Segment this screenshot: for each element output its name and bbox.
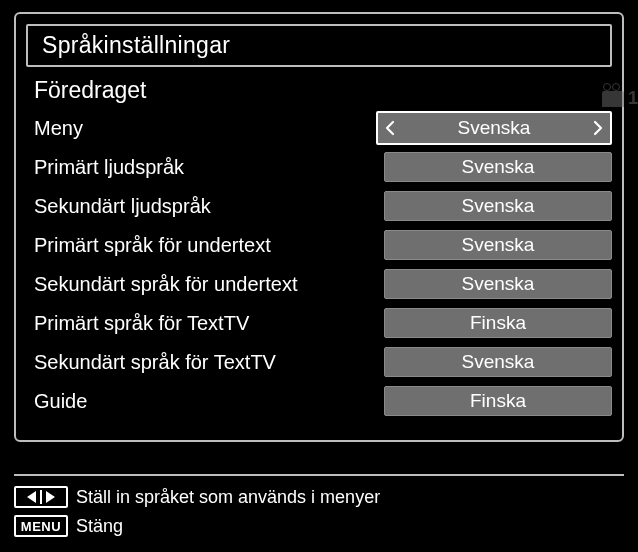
language-selector[interactable]: Svenska bbox=[384, 230, 612, 260]
left-right-arrows-icon bbox=[14, 486, 68, 508]
settings-row[interactable]: Sekundärt språk för undertextSvenska bbox=[32, 266, 612, 302]
camera-icon: 1 bbox=[602, 88, 638, 109]
menu-button-icon: MENU bbox=[14, 515, 68, 537]
footer-hint-text: Ställ in språket som används i menyer bbox=[76, 487, 380, 508]
footer: Ställ in språket som används i menyer ME… bbox=[14, 474, 624, 542]
settings-row-label: Sekundärt språk för undertext bbox=[32, 273, 384, 296]
settings-row[interactable]: Sekundärt ljudspråkSvenska bbox=[32, 188, 612, 224]
footer-menu-row: MENU Stäng bbox=[14, 513, 624, 539]
language-value: Svenska bbox=[462, 195, 535, 217]
language-value: Svenska bbox=[462, 273, 535, 295]
language-value: Svenska bbox=[462, 156, 535, 178]
language-selector[interactable]: Svenska bbox=[376, 111, 612, 145]
settings-screen: Språkinställningar Föredraget 1 MenySven… bbox=[0, 0, 638, 552]
language-selector[interactable]: Finska bbox=[384, 308, 612, 338]
chevron-left-icon[interactable] bbox=[380, 113, 400, 143]
chevron-right-icon[interactable] bbox=[588, 113, 608, 143]
footer-hint-row: Ställ in språket som används i menyer bbox=[14, 484, 624, 510]
content-frame: Språkinställningar Föredraget 1 MenySven… bbox=[14, 12, 624, 442]
language-selector[interactable]: Svenska bbox=[384, 269, 612, 299]
language-value: Svenska bbox=[462, 351, 535, 373]
settings-row[interactable]: Primärt ljudspråkSvenska bbox=[32, 149, 612, 185]
settings-row-label: Primärt språk för TextTV bbox=[32, 312, 384, 335]
section-heading: Föredraget bbox=[26, 67, 612, 110]
language-selector[interactable]: Svenska bbox=[384, 347, 612, 377]
settings-row[interactable]: MenySvenska bbox=[32, 110, 612, 146]
language-value: Svenska bbox=[458, 117, 531, 139]
settings-row[interactable]: GuideFinska bbox=[32, 383, 612, 419]
page-title: Språkinställningar bbox=[26, 24, 612, 67]
settings-row[interactable]: Primärt språk för TextTVFinska bbox=[32, 305, 612, 341]
language-value: Finska bbox=[470, 312, 526, 334]
language-value: Finska bbox=[470, 390, 526, 412]
settings-row-label: Guide bbox=[32, 390, 384, 413]
language-value: Svenska bbox=[462, 234, 535, 256]
footer-menu-action: Stäng bbox=[76, 516, 123, 537]
language-selector[interactable]: Finska bbox=[384, 386, 612, 416]
settings-row-label: Meny bbox=[32, 117, 376, 140]
language-selector[interactable]: Svenska bbox=[384, 152, 612, 182]
settings-list: MenySvenskaPrimärt ljudspråkSvenskaSekun… bbox=[26, 110, 612, 419]
settings-row[interactable]: Sekundärt språk för TextTVSvenska bbox=[32, 344, 612, 380]
language-selector[interactable]: Svenska bbox=[384, 191, 612, 221]
settings-row[interactable]: Primärt språk för undertextSvenska bbox=[32, 227, 612, 263]
settings-row-label: Sekundärt språk för TextTV bbox=[32, 351, 384, 374]
settings-row-label: Primärt ljudspråk bbox=[32, 156, 384, 179]
settings-row-label: Sekundärt ljudspråk bbox=[32, 195, 384, 218]
footer-divider bbox=[14, 474, 624, 476]
settings-row-label: Primärt språk för undertext bbox=[32, 234, 384, 257]
